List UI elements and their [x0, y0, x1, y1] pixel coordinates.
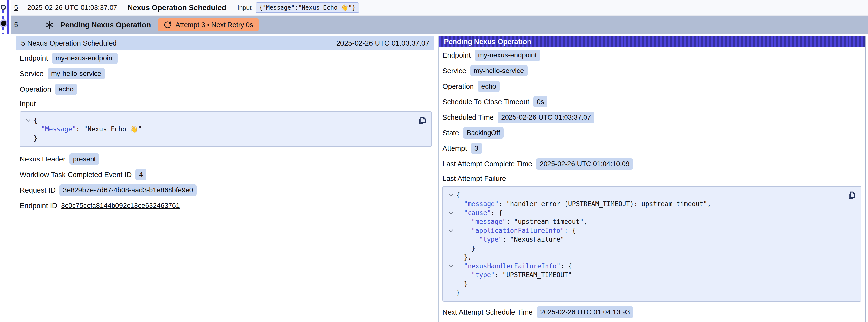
- code-line: }: [445, 288, 856, 297]
- code-line: }: [445, 244, 856, 253]
- field-label: Request ID: [20, 186, 56, 194]
- field-value-badge: 0s: [533, 96, 548, 107]
- code-line: },: [445, 253, 856, 262]
- field-operation: Operation echo: [442, 80, 865, 92]
- pending-operation-header-title: Pending Nexus Operation: [444, 38, 531, 46]
- event-detail-panel: 5 Nexus Operation Scheduled 2025-02-26 U…: [13, 36, 866, 322]
- code-text: "message": "handler error (UPSTREAM_TIME…: [456, 199, 711, 208]
- code-line: {: [23, 116, 426, 125]
- retry-icon: [163, 21, 172, 29]
- collapse-chevron-icon[interactable]: [445, 191, 456, 199]
- code-line: "Message": "Nexus Echo 👋": [23, 125, 426, 134]
- field-last-attempt-complete-time: Last Attempt Complete Time 2025-02-26 UT…: [442, 158, 865, 170]
- event-id-link[interactable]: 5: [14, 21, 18, 29]
- field-endpoint: Endpoint my-nexus-endpoint: [20, 53, 434, 64]
- code-text: "type": "NexusFailure": [456, 235, 564, 244]
- copy-icon[interactable]: [846, 190, 857, 200]
- field-nexus-header: Nexus Header present: [20, 153, 434, 165]
- field-schedule-to-close-timeout: Schedule To Close Timeout 0s: [442, 96, 865, 107]
- field-workflow-task-completed-event-id: Workflow Task Completed Event ID 4: [20, 169, 434, 180]
- event-id-link[interactable]: 5: [14, 4, 18, 11]
- field-label: Service: [442, 67, 466, 75]
- event-row-nexus-operation-scheduled[interactable]: 5 2025-02-26 UTC 01:03:37.07 Nexus Opera…: [11, 0, 868, 15]
- code-text: }: [456, 279, 468, 288]
- chevron-spacer: [445, 235, 456, 244]
- field-next-attempt-schedule-time: Next Attempt Schedule Time 2025-02-26 UT…: [442, 307, 865, 318]
- code-text: }: [456, 288, 460, 297]
- field-state: State BackingOff: [442, 127, 865, 138]
- field-request-id: Request ID 3e829b7e-7d67-4b08-aad3-b1e86…: [20, 185, 434, 196]
- field-operation: Operation echo: [20, 84, 434, 95]
- timeline-active-bar: [7, 0, 9, 34]
- code-text: "nexusHandlerFailureInfo": {: [456, 262, 572, 270]
- field-endpoint-id: Endpoint ID 3c0c75ccfa8144b092c13ce63246…: [20, 200, 434, 211]
- field-value-badge: my-hello-service: [48, 68, 105, 79]
- field-label: Operation: [442, 82, 474, 91]
- code-text: }: [34, 134, 37, 142]
- code-text: "cause": {: [456, 208, 503, 217]
- field-value-badge: present: [69, 153, 99, 165]
- pending-operation-column: Pending Nexus Operation Endpoint my-nexu…: [438, 36, 865, 322]
- scheduled-event-header-timestamp: 2025-02-26 UTC 01:03:37.07: [336, 39, 429, 47]
- field-value-badge: 2025-02-26 UTC 01:04:10.09: [536, 158, 633, 170]
- scheduled-event-header: 5 Nexus Operation Scheduled 2025-02-26 U…: [16, 36, 434, 50]
- code-text: }: [456, 244, 475, 253]
- code-text: "applicationFailureInfo": {: [456, 226, 576, 235]
- timeline-event-marker-open: [1, 5, 6, 10]
- chevron-spacer: [445, 288, 456, 297]
- code-line: "cause": {: [445, 208, 856, 217]
- code-line: "type": "UPSTREAM_TIMEOUT": [445, 270, 856, 279]
- timeline-event-marker-current: [1, 21, 6, 26]
- code-line: }: [445, 279, 856, 288]
- event-history-rows: 5 2025-02-26 UTC 01:03:37.07 Nexus Opera…: [11, 0, 868, 34]
- collapse-chevron-icon[interactable]: [445, 208, 456, 217]
- field-label: Last Attempt Complete Time: [442, 160, 532, 168]
- code-text: },: [456, 253, 471, 262]
- field-attempt: Attempt 3: [442, 143, 865, 154]
- event-timestamp: 2025-02-26 UTC 01:03:37.07: [27, 4, 117, 11]
- field-scheduled-time: Scheduled Time 2025-02-26 UTC 01:03:37.0…: [442, 112, 865, 123]
- code-line: "nexusHandlerFailureInfo": {: [445, 262, 856, 270]
- chevron-spacer: [445, 244, 456, 253]
- last-attempt-failure-label: Last Attempt Failure: [442, 174, 865, 183]
- chevron-spacer: [23, 125, 34, 134]
- collapse-chevron-icon[interactable]: [23, 116, 34, 125]
- event-title: Pending Nexus Operation: [60, 21, 151, 29]
- field-label: State: [442, 129, 459, 137]
- field-service: Service my-hello-service: [20, 68, 434, 79]
- field-label: Operation: [20, 85, 51, 93]
- field-value-badge: 3e829b7e-7d67-4b08-aad3-b1e868bfe9e0: [59, 185, 197, 196]
- field-value-badge: 4: [135, 169, 146, 180]
- code-line: {: [445, 191, 856, 199]
- pending-operation-fields: Endpoint my-nexus-endpoint Service my-he…: [439, 47, 865, 322]
- chevron-spacer: [445, 279, 456, 288]
- field-endpoint: Endpoint my-nexus-endpoint: [442, 50, 865, 61]
- code-text: {: [34, 116, 37, 125]
- code-text: "message": "upstream timeout",: [456, 217, 587, 226]
- field-label: Service: [20, 70, 44, 78]
- collapse-chevron-icon[interactable]: [445, 262, 456, 270]
- code-line: "applicationFailureInfo": {: [445, 226, 856, 235]
- field-value-badge: 3: [471, 143, 482, 154]
- copy-icon[interactable]: [417, 116, 427, 126]
- pending-operation-header: Pending Nexus Operation: [439, 36, 865, 47]
- endpoint-id-link[interactable]: 3c0c75ccfa8144b092c13ce632463761: [61, 202, 180, 210]
- collapse-chevron-icon[interactable]: [445, 226, 456, 235]
- field-label: Nexus Header: [20, 155, 65, 163]
- chevron-spacer: [445, 199, 456, 208]
- event-row-pending-nexus-operation[interactable]: 5 Pending Nexus Operation Attempt 3 • Ne…: [11, 15, 868, 34]
- input-json-viewer: {"Message": "Nexus Echo 👋"}: [20, 111, 432, 147]
- field-label: Scheduled Time: [442, 114, 494, 122]
- field-value-badge: 2025-02-26 UTC 01:03:37.07: [498, 112, 594, 123]
- scheduled-event-fields: Endpoint my-nexus-endpoint Service my-he…: [16, 50, 434, 211]
- field-value-badge: echo: [478, 80, 500, 92]
- field-value-badge: my-hello-service: [470, 65, 528, 76]
- field-service: Service my-hello-service: [442, 65, 865, 76]
- field-value-badge: my-nexus-endpoint: [52, 53, 118, 64]
- chevron-spacer: [23, 134, 34, 142]
- retry-status-badge: Attempt 3 • Next Retry 0s: [158, 19, 258, 31]
- code-line: "type": "NexusFailure": [445, 235, 856, 244]
- field-label: Schedule To Close Timeout: [442, 98, 529, 106]
- event-input-label: Input: [237, 4, 252, 11]
- chevron-spacer: [445, 217, 456, 226]
